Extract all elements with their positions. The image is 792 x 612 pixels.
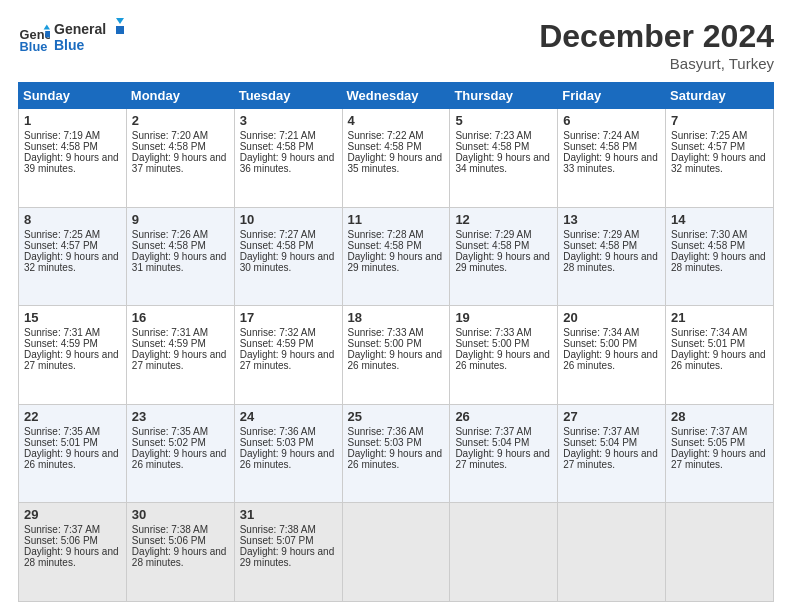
- sunset: Sunset: 4:58 PM: [671, 240, 745, 251]
- col-tuesday: Tuesday: [234, 83, 342, 109]
- day-number: 23: [132, 409, 229, 424]
- table-cell: 22Sunrise: 7:35 AMSunset: 5:01 PMDayligh…: [19, 404, 127, 503]
- daylight-label: Daylight: 9 hours and 28 minutes.: [132, 546, 227, 568]
- day-number: 14: [671, 212, 768, 227]
- day-number: 2: [132, 113, 229, 128]
- sunset: Sunset: 4:57 PM: [24, 240, 98, 251]
- svg-marker-6: [116, 18, 124, 24]
- table-cell: 10Sunrise: 7:27 AMSunset: 4:58 PMDayligh…: [234, 207, 342, 306]
- sunrise: Sunrise: 7:35 AM: [24, 426, 100, 437]
- sunset: Sunset: 4:58 PM: [455, 141, 529, 152]
- sunrise: Sunrise: 7:37 AM: [563, 426, 639, 437]
- sunrise: Sunrise: 7:21 AM: [240, 130, 316, 141]
- sunrise: Sunrise: 7:23 AM: [455, 130, 531, 141]
- day-number: 4: [348, 113, 445, 128]
- daylight-label: Daylight: 9 hours and 36 minutes.: [240, 152, 335, 174]
- daylight-label: Daylight: 9 hours and 27 minutes.: [455, 448, 550, 470]
- table-cell: 9Sunrise: 7:26 AMSunset: 4:58 PMDaylight…: [126, 207, 234, 306]
- sunrise: Sunrise: 7:26 AM: [132, 229, 208, 240]
- table-cell: 5Sunrise: 7:23 AMSunset: 4:58 PMDaylight…: [450, 109, 558, 208]
- day-number: 31: [240, 507, 337, 522]
- daylight-label: Daylight: 9 hours and 31 minutes.: [132, 251, 227, 273]
- day-number: 24: [240, 409, 337, 424]
- day-number: 22: [24, 409, 121, 424]
- table-cell: 24Sunrise: 7:36 AMSunset: 5:03 PMDayligh…: [234, 404, 342, 503]
- table-cell: 23Sunrise: 7:35 AMSunset: 5:02 PMDayligh…: [126, 404, 234, 503]
- logo-icon: General Blue: [18, 23, 50, 55]
- table-cell: 27Sunrise: 7:37 AMSunset: 5:04 PMDayligh…: [558, 404, 666, 503]
- col-sunday: Sunday: [19, 83, 127, 109]
- sunset: Sunset: 4:58 PM: [240, 240, 314, 251]
- table-cell: [342, 503, 450, 602]
- header-row: Sunday Monday Tuesday Wednesday Thursday…: [19, 83, 774, 109]
- day-number: 21: [671, 310, 768, 325]
- daylight-label: Daylight: 9 hours and 26 minutes.: [132, 448, 227, 470]
- sunset: Sunset: 4:58 PM: [348, 141, 422, 152]
- day-number: 6: [563, 113, 660, 128]
- sunrise: Sunrise: 7:28 AM: [348, 229, 424, 240]
- day-number: 3: [240, 113, 337, 128]
- table-cell: 14Sunrise: 7:30 AMSunset: 4:58 PMDayligh…: [666, 207, 774, 306]
- day-number: 25: [348, 409, 445, 424]
- table-cell: 4Sunrise: 7:22 AMSunset: 4:58 PMDaylight…: [342, 109, 450, 208]
- sunrise: Sunrise: 7:38 AM: [240, 524, 316, 535]
- sunset: Sunset: 5:06 PM: [132, 535, 206, 546]
- daylight-label: Daylight: 9 hours and 28 minutes.: [24, 546, 119, 568]
- sunset: Sunset: 5:07 PM: [240, 535, 314, 546]
- sunset: Sunset: 4:58 PM: [563, 141, 637, 152]
- daylight-label: Daylight: 9 hours and 32 minutes.: [671, 152, 766, 174]
- sunrise: Sunrise: 7:38 AM: [132, 524, 208, 535]
- sunrise: Sunrise: 7:32 AM: [240, 327, 316, 338]
- day-number: 9: [132, 212, 229, 227]
- day-number: 15: [24, 310, 121, 325]
- sunrise: Sunrise: 7:34 AM: [671, 327, 747, 338]
- location: Basyurt, Turkey: [539, 55, 774, 72]
- daylight-label: Daylight: 9 hours and 26 minutes.: [24, 448, 119, 470]
- sunset: Sunset: 5:04 PM: [455, 437, 529, 448]
- daylight-label: Daylight: 9 hours and 32 minutes.: [24, 251, 119, 273]
- sunrise: Sunrise: 7:25 AM: [24, 229, 100, 240]
- table-cell: 31Sunrise: 7:38 AMSunset: 5:07 PMDayligh…: [234, 503, 342, 602]
- table-cell: [558, 503, 666, 602]
- table-cell: 1Sunrise: 7:19 AMSunset: 4:58 PMDaylight…: [19, 109, 127, 208]
- daylight-label: Daylight: 9 hours and 27 minutes.: [563, 448, 658, 470]
- logo: General Blue General Blue: [18, 18, 124, 60]
- daylight-label: Daylight: 9 hours and 27 minutes.: [671, 448, 766, 470]
- table-cell: 25Sunrise: 7:36 AMSunset: 5:03 PMDayligh…: [342, 404, 450, 503]
- sunset: Sunset: 5:00 PM: [563, 338, 637, 349]
- table-cell: 11Sunrise: 7:28 AMSunset: 4:58 PMDayligh…: [342, 207, 450, 306]
- table-cell: [666, 503, 774, 602]
- daylight-label: Daylight: 9 hours and 30 minutes.: [240, 251, 335, 273]
- daylight-label: Daylight: 9 hours and 26 minutes.: [563, 349, 658, 371]
- daylight-label: Daylight: 9 hours and 37 minutes.: [132, 152, 227, 174]
- daylight-label: Daylight: 9 hours and 26 minutes.: [348, 349, 443, 371]
- day-number: 1: [24, 113, 121, 128]
- daylight-label: Daylight: 9 hours and 26 minutes.: [348, 448, 443, 470]
- sunrise: Sunrise: 7:33 AM: [348, 327, 424, 338]
- sunset: Sunset: 5:04 PM: [563, 437, 637, 448]
- table-cell: 12Sunrise: 7:29 AMSunset: 4:58 PMDayligh…: [450, 207, 558, 306]
- daylight-label: Daylight: 9 hours and 29 minutes.: [348, 251, 443, 273]
- calendar-page: General Blue General Blue December 2024 …: [0, 0, 792, 612]
- daylight-label: Daylight: 9 hours and 26 minutes.: [455, 349, 550, 371]
- sunset: Sunset: 4:59 PM: [240, 338, 314, 349]
- daylight-label: Daylight: 9 hours and 26 minutes.: [240, 448, 335, 470]
- daylight-label: Daylight: 9 hours and 34 minutes.: [455, 152, 550, 174]
- day-number: 19: [455, 310, 552, 325]
- sunset: Sunset: 4:58 PM: [348, 240, 422, 251]
- sunrise: Sunrise: 7:22 AM: [348, 130, 424, 141]
- title-block: December 2024 Basyurt, Turkey: [539, 18, 774, 72]
- daylight-label: Daylight: 9 hours and 27 minutes.: [24, 349, 119, 371]
- daylight-label: Daylight: 9 hours and 28 minutes.: [563, 251, 658, 273]
- day-number: 28: [671, 409, 768, 424]
- sunset: Sunset: 4:58 PM: [563, 240, 637, 251]
- col-friday: Friday: [558, 83, 666, 109]
- daylight-label: Daylight: 9 hours and 35 minutes.: [348, 152, 443, 174]
- table-cell: 19Sunrise: 7:33 AMSunset: 5:00 PMDayligh…: [450, 306, 558, 405]
- day-number: 18: [348, 310, 445, 325]
- table-cell: 18Sunrise: 7:33 AMSunset: 5:00 PMDayligh…: [342, 306, 450, 405]
- sunset: Sunset: 4:57 PM: [671, 141, 745, 152]
- sunrise: Sunrise: 7:24 AM: [563, 130, 639, 141]
- daylight-label: Daylight: 9 hours and 27 minutes.: [132, 349, 227, 371]
- sunset: Sunset: 5:03 PM: [240, 437, 314, 448]
